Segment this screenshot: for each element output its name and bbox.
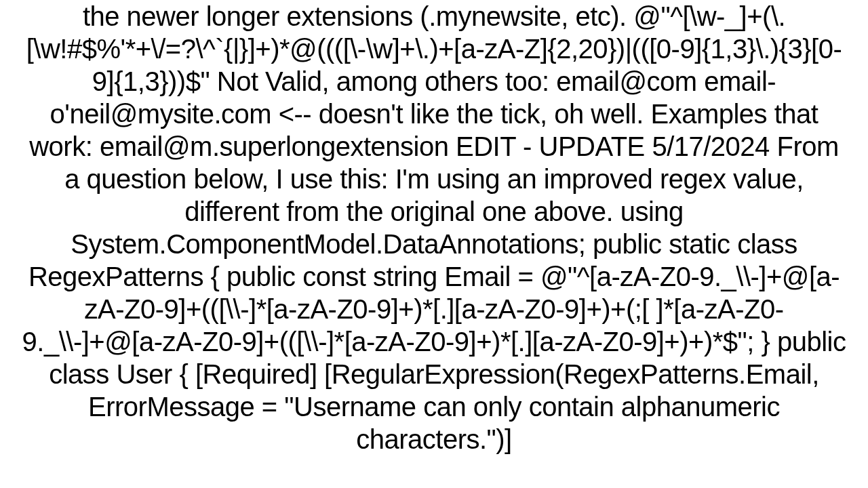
document-body: the newer longer extensions (.mynewsite,… bbox=[0, 0, 868, 455]
